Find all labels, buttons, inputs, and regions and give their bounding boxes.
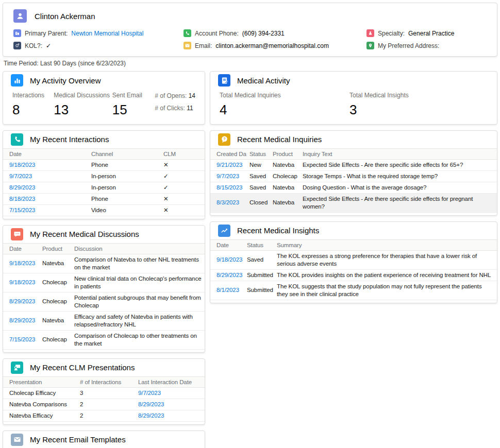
column-header: Status: [246, 148, 270, 159]
table-row: 9/7/2023In-person✓: [3, 170, 205, 182]
table-cell: 9/21/2023: [210, 159, 246, 170]
table-row: 8/18/2023Phone✕: [3, 193, 205, 204]
table-header-row: Created Date Status Product Inquiry Text: [210, 148, 497, 159]
date-link[interactable]: 9/7/2023: [9, 173, 32, 179]
table-cell: Dosing Question - What is the average do…: [299, 182, 497, 193]
table-cell: 9/18/2023: [3, 254, 39, 273]
column-header: Date: [210, 239, 244, 250]
table-cell: 9/18/2023: [3, 159, 88, 170]
email-value: clinton.ackerman@memorialhospital.com: [215, 42, 329, 49]
date-link[interactable]: 9/18/2023: [9, 162, 35, 168]
date-link[interactable]: 7/15/2023: [9, 336, 35, 342]
card-recent-medical-inquiries: ? Recent Medical Inquiries Created Date …: [210, 130, 497, 216]
table-cell: New: [246, 159, 270, 170]
column-header: Inquiry Text: [299, 148, 497, 159]
date-link[interactable]: 8/18/2023: [9, 196, 35, 202]
table-cell: Submitted: [244, 281, 274, 300]
card-recent-interactions: My Recent Interactions Date Channel CLM …: [3, 130, 205, 219]
table-cell: 8/3/2023: [210, 193, 246, 212]
table-cell: Video: [88, 204, 160, 216]
dashboard-page: Clinton Ackerman Primary Parent: Newton …: [0, 0, 500, 448]
table-cell: 8/18/2023: [3, 193, 88, 204]
date-link[interactable]: 9/7/2023: [138, 390, 161, 396]
table-body: 9/18/2023NatevbaComparison of Natevba to…: [3, 254, 205, 349]
table-row: Cholecap Efficacy39/7/2023: [3, 387, 205, 399]
call-icon: [11, 133, 23, 146]
table-row: 7/15/2023CholecapComparison of Cholecap …: [3, 330, 205, 349]
profile-detail-grid: Primary Parent: Newton Memorial Hospital…: [13, 29, 487, 49]
table-header-row: Date Status Summary: [210, 239, 497, 250]
metric-sent-email: Sent Email 15: [112, 92, 148, 117]
table-cell: 2: [77, 410, 135, 421]
table-cell: Cholecap: [39, 273, 71, 292]
primary-parent-link[interactable]: Newton Memorial Hospital: [71, 30, 143, 37]
question-icon: ?: [218, 133, 230, 146]
field-label: Primary Parent:: [25, 30, 68, 37]
date-link[interactable]: 8/29/2023: [138, 401, 164, 407]
column-header: Date: [3, 148, 88, 159]
table-body: 9/21/2023NewNatevbaExpected Side Effects…: [210, 159, 497, 212]
table-cell: Natevba: [270, 182, 299, 193]
column-header: Summary: [274, 239, 497, 250]
date-link[interactable]: 9/18/2023: [216, 256, 242, 263]
date-link[interactable]: 8/29/2023: [216, 272, 242, 278]
activity-metrics: Interactions 8 Medical Discussions 13 Se…: [3, 89, 205, 124]
trend-chart-icon: [218, 225, 230, 237]
table-cell: The KOL suggests that the study populati…: [274, 281, 497, 300]
table-cell: Phone: [88, 193, 160, 204]
email-icon: [184, 42, 191, 49]
table-cell: 8/29/2023: [135, 399, 205, 410]
table-cell: Closed: [246, 193, 270, 212]
table-cell: Natevba: [270, 193, 299, 212]
date-link[interactable]: 9/7/2023: [216, 173, 239, 179]
table-row: 7/15/2023Video✕: [3, 204, 205, 216]
presentation-icon: [11, 361, 23, 374]
date-link[interactable]: 8/15/2023: [216, 184, 242, 191]
card-recent-medical-discussions: My Recent Medical Discussions Date Produ…: [3, 225, 205, 353]
table-header-row: Date Channel CLM: [3, 148, 205, 159]
column-header: Status: [244, 239, 274, 250]
card-title: My Recent Email Templates: [30, 435, 126, 444]
table-header-row: Date Product Discussion: [3, 243, 205, 254]
date-link[interactable]: 8/1/2023: [216, 287, 239, 293]
stat-clicks: # of Clicks: 11: [155, 105, 195, 112]
date-link[interactable]: 8/29/2023: [9, 184, 35, 191]
date-link[interactable]: 8/29/2023: [138, 412, 164, 419]
specialty-icon: [366, 29, 374, 37]
field-label: KOL?:: [25, 42, 42, 49]
date-link[interactable]: 8/3/2023: [216, 199, 239, 205]
table-row: Natevba Efficacy28/29/2023: [3, 410, 205, 421]
kol-value: ✓: [46, 42, 51, 49]
table-row: Natevba Comparisons28/29/2023: [3, 399, 205, 410]
table-cell: Saved: [246, 170, 270, 182]
date-link[interactable]: 9/21/2023: [216, 162, 242, 168]
field-label: Account Phone:: [195, 30, 239, 37]
table-row: 8/3/2023ClosedNatevbaExpected Side Effec…: [210, 193, 497, 212]
column-header: Channel: [88, 148, 160, 159]
table-cell: In-person: [88, 182, 160, 193]
table-cell: Cholecap: [270, 170, 299, 182]
table-body: 9/18/2023SavedThe KOL expresses a strong…: [210, 250, 497, 300]
field-kol: KOL?: ✓: [13, 42, 184, 49]
card-title: My Recent Medical Discussions: [30, 230, 139, 238]
table-cell: Comparison of Cholecap to other treatmen…: [71, 330, 205, 349]
account-phone-value: (609) 394-2331: [242, 30, 285, 37]
date-link[interactable]: 7/15/2023: [9, 207, 35, 213]
specialty-value: General Practice: [408, 30, 454, 37]
date-link[interactable]: 8/29/2023: [9, 298, 35, 304]
table-cell: Natevba Efficacy: [3, 410, 77, 421]
date-link[interactable]: 9/18/2023: [9, 260, 35, 266]
table-cell: 8/29/2023: [210, 269, 244, 281]
table-row: 8/29/2023In-person✓: [3, 182, 205, 193]
date-link[interactable]: 9/18/2023: [9, 279, 35, 285]
table-row: 8/29/2023SubmittedThe KOL provides insig…: [210, 269, 497, 281]
stat-value: 14: [189, 92, 195, 99]
metric-label: Total Medical Insights: [349, 92, 409, 99]
card-activity-overview: My Activity Overview Interactions 8 Medi…: [3, 71, 205, 125]
table-cell: Natevba: [39, 254, 71, 273]
page-title: Clinton Ackerman: [35, 12, 95, 21]
column-header: Product: [39, 243, 71, 254]
date-link[interactable]: 8/29/2023: [9, 317, 35, 323]
card-recent-email-templates: My Recent Email Templates Email Template…: [3, 430, 205, 448]
table-cell: ✓: [160, 182, 205, 193]
